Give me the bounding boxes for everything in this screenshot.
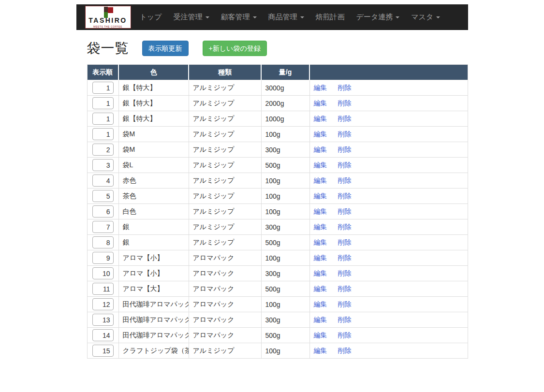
display-order-cell: [87, 312, 118, 328]
nav-item-order-management[interactable]: 受注管理: [168, 4, 215, 30]
delete-link[interactable]: 削除: [338, 285, 351, 292]
type-cell: アルミジップ: [189, 235, 261, 250]
actions-cell: 編集 削除: [309, 312, 468, 328]
delete-link[interactable]: 削除: [338, 238, 351, 246]
display-order-input[interactable]: [92, 174, 114, 187]
display-order-input[interactable]: [92, 236, 114, 248]
delete-link[interactable]: 削除: [338, 347, 351, 354]
amount-cell: 100g: [261, 297, 309, 312]
display-order-input[interactable]: [92, 113, 114, 125]
display-order-cell: [87, 173, 118, 189]
col-header-type: 種類: [189, 65, 261, 80]
edit-link[interactable]: 編集: [314, 300, 327, 308]
display-order-input[interactable]: [92, 267, 114, 279]
nav-item-top[interactable]: トップ: [134, 4, 168, 30]
display-order-input[interactable]: [92, 97, 114, 109]
delete-link[interactable]: 削除: [338, 115, 351, 122]
nav-item-master[interactable]: マスタ: [405, 4, 446, 30]
type-cell: アルミジップ: [189, 142, 261, 158]
register-new-bag-button[interactable]: +新しい袋の登録: [203, 41, 267, 56]
nav-item-product-management[interactable]: 商品管理: [263, 4, 310, 30]
display-order-input[interactable]: [92, 221, 114, 233]
actions-cell: 編集 削除: [309, 343, 468, 359]
edit-link[interactable]: 編集: [314, 285, 327, 292]
display-order-input[interactable]: [92, 252, 114, 264]
display-order-cell: [87, 281, 118, 297]
display-order-input[interactable]: [92, 298, 114, 310]
display-order-input[interactable]: [92, 159, 114, 171]
delete-link[interactable]: 削除: [338, 192, 351, 200]
display-order-input[interactable]: [92, 205, 114, 218]
edit-link[interactable]: 編集: [314, 99, 327, 107]
logo-brown-square: [104, 7, 108, 12]
display-order-input[interactable]: [92, 314, 114, 326]
delete-link[interactable]: 削除: [338, 254, 351, 261]
edit-link[interactable]: 編集: [314, 331, 327, 339]
edit-link[interactable]: 編集: [314, 130, 327, 138]
nav-item-data-integration[interactable]: データ連携: [351, 4, 406, 30]
brand-logo[interactable]: TASHIRO MEETS THE COFFEE: [85, 6, 131, 29]
delete-link[interactable]: 削除: [338, 130, 351, 138]
edit-link[interactable]: 編集: [314, 84, 327, 91]
edit-link[interactable]: 編集: [314, 316, 327, 323]
type-cell: アロマパック: [189, 250, 261, 266]
display-order-cell: [87, 235, 118, 250]
table-row: 袋M アルミジップ 100g 編集 削除: [87, 127, 468, 142]
update-display-order-button[interactable]: 表示順更新: [142, 41, 189, 56]
edit-link[interactable]: 編集: [314, 145, 327, 153]
delete-link[interactable]: 削除: [338, 223, 351, 231]
edit-link[interactable]: 編集: [314, 115, 327, 122]
page: TASHIRO MEETS THE COFFEE トップ 受注管理 顧客管理 商…: [76, 4, 468, 359]
delete-link[interactable]: 削除: [338, 207, 351, 215]
table-row: 田代珈琲アロマパック アロマパック 500g 編集 削除: [87, 328, 468, 343]
delete-link[interactable]: 削除: [338, 176, 351, 184]
edit-link[interactable]: 編集: [314, 192, 327, 200]
display-order-input[interactable]: [92, 144, 114, 156]
delete-link[interactable]: 削除: [338, 99, 351, 107]
delete-link[interactable]: 削除: [338, 316, 351, 323]
display-order-input[interactable]: [92, 329, 114, 341]
nav-item-customer-management[interactable]: 顧客管理: [215, 4, 263, 30]
nav-item-label: マスタ: [411, 13, 433, 22]
color-cell: 銀【特大】: [118, 111, 189, 127]
edit-link[interactable]: 編集: [314, 207, 327, 215]
color-cell: 銀【特大】: [118, 80, 189, 96]
color-cell: 銀【特大】: [118, 96, 189, 111]
display-order-cell: [87, 142, 118, 158]
display-order-input[interactable]: [92, 82, 114, 94]
table-row: アロマ【大】 アロマパック 500g 編集 削除: [87, 281, 468, 297]
type-cell: アルミジップ: [189, 173, 261, 189]
delete-link[interactable]: 削除: [338, 331, 351, 339]
delete-link[interactable]: 削除: [338, 269, 351, 277]
bag-list-table: 表示順 色 種類 量/g 銀【特大】 アルミジップ 3000g 編集 削除 銀【…: [87, 64, 468, 359]
actions-cell: 編集 削除: [309, 250, 468, 266]
edit-link[interactable]: 編集: [314, 347, 327, 354]
edit-link[interactable]: 編集: [314, 269, 327, 277]
tashiro-squares-icon: [102, 6, 114, 17]
display-order-input[interactable]: [92, 345, 114, 357]
edit-link[interactable]: 編集: [314, 254, 327, 261]
delete-link[interactable]: 削除: [338, 145, 351, 153]
color-cell: 銀: [118, 219, 189, 235]
nav-item-roasting-plan[interactable]: 焙煎計画: [310, 4, 351, 30]
table-row: 田代珈琲アロマパック アロマパック 300g 編集 削除: [87, 312, 468, 328]
col-header-display-order: 表示順: [87, 65, 118, 80]
color-cell: 銀: [118, 235, 189, 250]
edit-link[interactable]: 編集: [314, 223, 327, 231]
color-cell: 白色: [118, 204, 189, 219]
delete-link[interactable]: 削除: [338, 84, 351, 91]
brand-name: TASHIRO: [88, 17, 127, 24]
delete-link[interactable]: 削除: [338, 300, 351, 308]
delete-link[interactable]: 削除: [338, 161, 351, 169]
display-order-input[interactable]: [92, 283, 114, 295]
edit-link[interactable]: 編集: [314, 238, 327, 246]
type-cell: アロマパック: [189, 281, 261, 297]
color-cell: 田代珈琲アロマパック: [118, 297, 189, 312]
display-order-input[interactable]: [92, 190, 114, 202]
edit-link[interactable]: 編集: [314, 176, 327, 184]
actions-cell: 編集 削除: [309, 297, 468, 312]
brand-tagline: MEETS THE COFFEE: [93, 25, 122, 28]
edit-link[interactable]: 編集: [314, 161, 327, 169]
display-order-input[interactable]: [92, 128, 114, 140]
amount-cell: 3000g: [261, 80, 309, 96]
